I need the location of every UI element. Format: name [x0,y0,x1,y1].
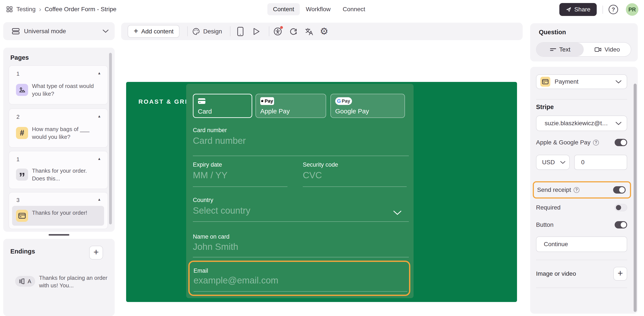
chevron-down-icon [560,161,566,164]
question-header: Question [539,29,566,36]
tab-workflow[interactable]: Workflow [300,3,337,15]
stripe-account-select[interactable]: suzie.blaszkiewicz@ty... [536,116,627,131]
topbar-divider [602,5,603,14]
translate-icon[interactable] [305,27,313,37]
method-tile-card[interactable]: Card [193,94,252,118]
history-icon[interactable] [289,27,298,37]
collapse-icon[interactable]: ▲ [98,198,101,201]
button-text-value: Continue [544,241,568,248]
page-number: 3 [16,197,20,203]
add-media-button[interactable]: + [613,267,627,281]
mode-selector[interactable]: Universal mode [3,22,115,40]
page-title: How many bags of ___ would you like? [32,125,101,141]
share-button[interactable]: Share [559,3,597,16]
picture-choice-icon [16,84,28,96]
rows-icon [12,28,20,35]
number-icon: # [16,127,28,139]
help-icon[interactable]: ? [608,5,618,14]
chevron-down-icon [102,29,109,33]
tab-video[interactable]: Video [584,43,631,56]
country-select[interactable]: Select country [193,205,250,216]
security-code-input[interactable]: CVC [303,170,322,180]
payment-icon [16,210,28,222]
page-number: 2 [16,114,20,120]
button-text-input[interactable]: Continue [536,236,627,252]
pages-scrollbar[interactable] [109,53,112,224]
avatar[interactable]: PR [626,3,638,16]
breadcrumb-workspace[interactable]: Testing [16,6,36,13]
collapse-icon[interactable]: ▲ [98,157,101,160]
name-label: Name on card [193,233,230,240]
add-content-button[interactable]: + Add content [128,25,180,38]
collapse-icon[interactable]: ▲ [98,71,101,75]
help-icon[interactable]: ? [574,187,580,193]
apple-google-pay-label: Apple & Google Pay [536,139,590,146]
amount-value: 0 [581,159,584,166]
email-label: Email [194,268,208,274]
collapse-icon[interactable]: ▲ [98,115,101,118]
apple-google-pay-toggle[interactable] [615,139,627,146]
expiry-label: Expiry date [193,161,222,168]
page-title: Thanks for your order! [32,209,101,217]
add-ending-button[interactable]: + [89,246,103,260]
settings-scrollbar[interactable] [634,84,637,312]
field-underline [193,156,409,156]
button-toggle[interactable] [615,221,627,228]
page-item-1[interactable]: 1 ▲ What type of roast would you like? [9,65,108,105]
send-receipt-toggle[interactable] [613,186,626,193]
ending-badge: A [15,276,35,287]
add-content-label: Add content [141,28,174,35]
page-number: 1 [16,156,20,163]
tab-text[interactable]: Text [536,43,584,56]
method-tile-apple-pay[interactable]: Pay Apple Pay [256,94,326,118]
field-underline [303,186,407,187]
section-divider [536,288,627,288]
email-input[interactable]: example@email.com [194,275,278,286]
form-title[interactable]: Coffee Order Form - Stripe [45,6,116,13]
expiry-input[interactable]: MM / YY [193,170,228,180]
tab-content[interactable]: Content [267,3,300,15]
chevron-down-icon[interactable] [393,210,402,216]
required-toggle[interactable] [615,204,627,211]
tab-connect[interactable]: Connect [337,3,371,15]
palette-icon [192,27,200,35]
currency-select[interactable]: USD [536,155,570,170]
text-lines-icon [550,47,556,52]
card-number-input[interactable]: Card number [193,136,246,146]
google-g-icon: G [337,98,341,104]
image-or-video-label: Image or video [536,270,576,277]
quote-icon: ” [16,168,28,181]
question-panel: Question Text Video [530,23,638,61]
settings-gear-icon[interactable]: ⚙ [320,26,328,37]
notification-dot [280,26,283,29]
panel-resize-handle[interactable] [48,234,69,236]
toolbar-divider [187,26,188,36]
block-type-select[interactable]: Payment [536,74,627,89]
accessibility-icon[interactable] [273,27,282,37]
name-input[interactable]: John Smith [193,242,238,252]
security-code-label: Security code [303,161,338,168]
page-item-4[interactable]: 3 ▲ Thanks for your order! [9,192,108,229]
page-item-2[interactable]: 2 ▲ # How many bags of ___ would you lik… [9,108,108,148]
field-underline [193,186,288,187]
send-receipt-label: Send receipt [537,186,571,193]
page-item-3[interactable]: 1 ▲ ” Thanks for your order. Does this..… [9,151,108,189]
breadcrumb: Testing › Coffee Order Form - Stripe [6,0,116,18]
grid-icon[interactable] [6,6,13,13]
ending-item[interactable]: A Thanks for placing an order with us! Y… [15,274,108,289]
required-row: Required [536,203,627,212]
method-label: Google Pay [335,108,369,115]
design-label: Design [203,28,222,35]
card-icon [198,98,206,105]
method-tile-google-pay[interactable]: G Pay Google Pay [330,94,405,118]
mobile-preview-icon[interactable] [237,27,244,37]
amount-input[interactable]: 0 [574,155,627,170]
toolbar-divider [230,26,230,36]
design-button[interactable]: Design [192,23,222,40]
field-underline [193,257,409,257]
apple-logo-icon [261,99,264,103]
currency-value: USD [542,159,555,166]
help-icon[interactable]: ? [593,140,599,146]
google-pay-badge: G Pay [335,97,352,105]
preview-play-icon[interactable] [252,27,260,36]
